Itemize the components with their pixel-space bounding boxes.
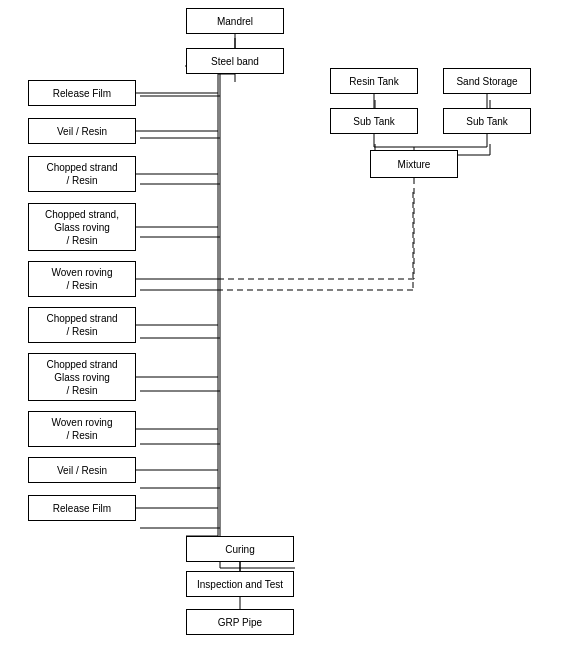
curing-box: Curing [186,536,294,562]
woven_resin1-box: Woven roving / Resin [28,261,136,297]
mandrel-box: Mandrel [186,8,284,34]
sand_storage-box: Sand Storage [443,68,531,94]
chop_glass2-box: Chopped strand Glass roving / Resin [28,353,136,401]
release_film1-box: Release Film [28,80,136,106]
veil_resin1-box: Veil / Resin [28,118,136,144]
mixture-box: Mixture [370,150,458,178]
sub_tank2-box: Sub Tank [443,108,531,134]
sub_tank1-box: Sub Tank [330,108,418,134]
chop_glass1-box: Chopped strand, Glass roving / Resin [28,203,136,251]
chop_resin2-box: Chopped strand / Resin [28,307,136,343]
grp_pipe-box: GRP Pipe [186,609,294,635]
chop_resin1-box: Chopped strand / Resin [28,156,136,192]
diagram: MandrelSteel bandRelease FilmVeil / Resi… [0,0,571,657]
veil_resin2-box: Veil / Resin [28,457,136,483]
steel_band-box: Steel band [186,48,284,74]
inspection-box: Inspection and Test [186,571,294,597]
woven_resin2-box: Woven roving / Resin [28,411,136,447]
resin_tank-box: Resin Tank [330,68,418,94]
release_film2-box: Release Film [28,495,136,521]
